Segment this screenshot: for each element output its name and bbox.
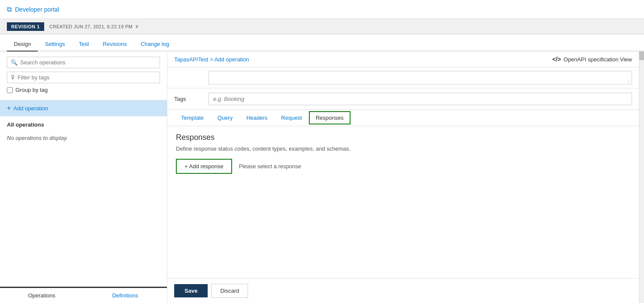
resize-handle: ↘ (627, 79, 630, 83)
subtab-template[interactable]: Template (174, 111, 211, 124)
search-input[interactable] (20, 59, 156, 66)
sidebar-top: 🔍 ⊽ Group by tag (0, 52, 167, 98)
responses-description: Define response status codes, content ty… (176, 145, 630, 152)
search-box[interactable]: 🔍 (7, 57, 160, 68)
sidebar-tab-operations[interactable]: Operations (0, 287, 84, 303)
group-by-tag-label: Group by tag (15, 87, 48, 93)
breadcrumb-api: TapasAPITest (174, 56, 209, 63)
search-icon: 🔍 (11, 59, 18, 66)
external-link-icon: ⧉ (7, 6, 12, 13)
subtab-headers[interactable]: Headers (239, 111, 274, 124)
content-area: TapasAPITest > Add operation </> OpenAPI… (167, 52, 639, 303)
revision-badge: REVISION 1 (7, 22, 44, 31)
group-by-tag-checkbox[interactable] (7, 87, 13, 93)
tab-settings[interactable]: Settings (38, 37, 72, 52)
top-bar: ⧉ Developer portal (0, 0, 644, 19)
breadcrumb-separator: > (210, 56, 215, 63)
discard-button[interactable]: Discard (211, 284, 248, 298)
scrollbar[interactable] (639, 52, 644, 303)
openapi-link-label: OpenAPI specification View (564, 56, 632, 63)
tags-label: Tags (174, 96, 209, 102)
tab-test[interactable]: Test (72, 37, 96, 52)
scrollbar-thumb (639, 52, 644, 60)
subtab-request[interactable]: Request (274, 111, 308, 124)
breadcrumb-page: Add operation (215, 56, 249, 63)
responses-title: Responses (176, 133, 630, 142)
responses-actions: + Add response Please select a response (176, 159, 630, 174)
save-button[interactable]: Save (174, 284, 208, 297)
tags-input[interactable] (209, 93, 632, 105)
description-textarea[interactable] (209, 71, 632, 84)
group-by-tag-container: Group by tag (7, 87, 160, 93)
filter-icon: ⊽ (11, 74, 15, 81)
add-operation-button[interactable]: + Add operation (0, 100, 167, 116)
tags-row: Tags (167, 88, 639, 110)
revision-chevron[interactable]: ∨ (135, 24, 139, 29)
code-icon: </> (552, 56, 561, 63)
filter-input[interactable] (18, 74, 156, 81)
subtab-responses[interactable]: Responses (309, 111, 351, 124)
revision-created: CREATED Jun 27, 2021, 6:22:19 PM (49, 24, 133, 29)
top-bar-title: Developer portal (15, 6, 59, 13)
breadcrumb: TapasAPITest > Add operation (174, 56, 249, 63)
description-row: ↘ (167, 67, 639, 88)
tab-revisions[interactable]: Revisions (96, 37, 133, 52)
main-layout: 🔍 ⊽ Group by tag + Add operation All ope… (0, 52, 644, 303)
no-operations-text: No operations to display. (0, 131, 167, 145)
filter-box[interactable]: ⊽ (7, 72, 160, 83)
revision-bar: REVISION 1 CREATED Jun 27, 2021, 6:22:19… (0, 19, 644, 34)
add-operation-label: Add operation (13, 105, 48, 112)
sidebar-tab-definitions[interactable]: Definitions (84, 288, 167, 303)
nav-tabs: Design Settings Test Revisions Change lo… (0, 34, 644, 52)
add-response-button[interactable]: + Add response (176, 159, 232, 174)
all-operations-label: All operations (0, 118, 167, 131)
content-header: TapasAPITest > Add operation </> OpenAPI… (167, 52, 639, 67)
sub-tabs: Template Query Headers Request Responses (167, 110, 639, 126)
tab-design[interactable]: Design (7, 37, 38, 52)
openapi-link[interactable]: </> OpenAPI specification View (552, 56, 632, 63)
subtab-query[interactable]: Query (211, 111, 239, 124)
please-select-text: Please select a response (239, 163, 301, 170)
sidebar-bottom-tabs: Operations Definitions (0, 287, 167, 303)
responses-section: Responses Define response status codes, … (167, 126, 639, 278)
action-bar: Save Discard (167, 278, 639, 303)
plus-icon: + (7, 104, 11, 112)
sidebar: 🔍 ⊽ Group by tag + Add operation All ope… (0, 52, 167, 303)
tab-changelog[interactable]: Change log (134, 37, 176, 52)
